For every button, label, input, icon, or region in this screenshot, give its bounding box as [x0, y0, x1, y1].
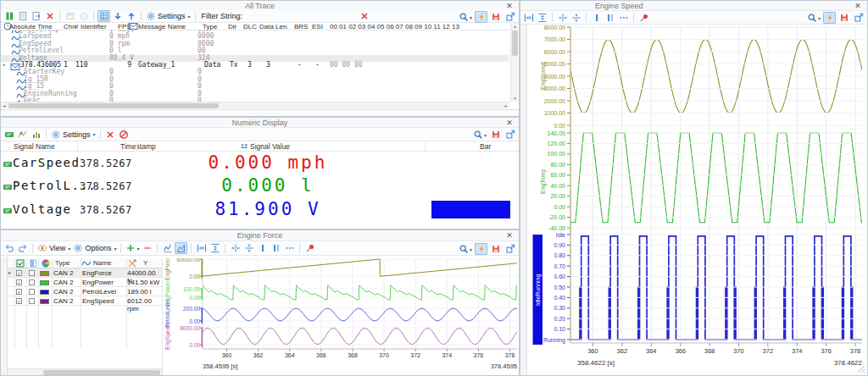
fit-horizontal-button[interactable]	[195, 242, 208, 254]
cursor-single-button[interactable]	[256, 242, 269, 254]
distribute-vertical-button[interactable]	[242, 242, 255, 254]
clear-trace-button[interactable]	[43, 10, 56, 22]
search-button[interactable]: ▾	[806, 12, 821, 24]
trace-column-header[interactable]: #Absolute TimeChnIdentifierFPSMessage Na…	[1, 23, 509, 30]
remove-signal-button[interactable]	[141, 242, 153, 254]
trace-signal-row[interactable]: StarterKey00	[1, 69, 509, 75]
close-icon[interactable]: ✕	[853, 1, 863, 11]
scroll-down-button[interactable]	[111, 10, 124, 22]
visible-checkbox[interactable]: ✓	[16, 298, 22, 304]
legend-horizontal-scrollbar[interactable]	[8, 368, 162, 375]
more-tools-button[interactable]	[283, 242, 296, 254]
numeric-row-voltage[interactable]: Voltage378.526781.900 V	[1, 198, 519, 221]
trace-signal-row[interactable]: PetrolLevel0 l00	[1, 47, 509, 54]
detach-window-button[interactable]	[504, 129, 516, 141]
resize-grip[interactable]	[855, 363, 865, 373]
cursor-double-button[interactable]	[270, 242, 282, 254]
search-button[interactable]: ▾	[472, 129, 487, 141]
engine-force-chart[interactable]: 60000.000.00EngForce100.000.00EngPower20…	[162, 258, 520, 376]
scrollbar-thumb[interactable]	[43, 370, 160, 375]
pin-measure-button[interactable]	[303, 242, 316, 254]
secondary-checkbox[interactable]	[29, 298, 35, 304]
distribute-horizontal-button[interactable]	[229, 242, 242, 254]
legend-row-engspeed[interactable]: ✓CAN 2EngSpeed6012.00 rpm	[8, 296, 162, 306]
remove-signal-button[interactable]	[104, 129, 117, 141]
copy-button[interactable]	[16, 10, 29, 22]
color-swatch[interactable]	[40, 290, 49, 295]
save-report-button[interactable]	[489, 243, 502, 255]
scroll-right-icon[interactable]: ►	[503, 102, 509, 109]
pin-measure-button[interactable]	[637, 12, 650, 24]
more-tools-button[interactable]	[617, 12, 630, 24]
pause-button[interactable]	[3, 10, 15, 22]
numeric-row-petroll-[interactable]: PetrolL...378.52670.000 l	[1, 174, 519, 197]
line-style-button[interactable]	[161, 242, 174, 254]
color-swatch[interactable]	[40, 271, 49, 276]
export-trace-button[interactable]	[30, 10, 42, 22]
statistics-button[interactable]	[30, 129, 42, 141]
color-swatch[interactable]	[40, 299, 49, 304]
settings-button[interactable]: Settings▾	[145, 10, 192, 22]
detach-window-button[interactable]	[504, 243, 516, 255]
distribute-horizontal-button[interactable]	[556, 12, 569, 24]
secondary-checkbox[interactable]	[29, 289, 35, 295]
save-report-button[interactable]	[489, 11, 502, 23]
live-update-button[interactable]	[475, 243, 487, 255]
fit-vertical-button[interactable]	[536, 12, 548, 24]
scrollbar-thumb[interactable]	[512, 30, 518, 56]
visible-checkbox[interactable]: ✓	[16, 279, 22, 285]
close-icon[interactable]: ✕	[504, 230, 515, 241]
numeric-column-header[interactable]: Signal Name Timestamp 12 Signal Value Ba…	[1, 141, 519, 152]
add-signal-button[interactable]: ▾	[125, 242, 140, 254]
scroll-up-icon[interactable]: ▲	[511, 23, 519, 30]
view-button[interactable]: View▾	[36, 242, 71, 254]
area-style-button[interactable]	[175, 242, 187, 254]
trace-signal-row[interactable]: Ig_15R00	[1, 76, 509, 83]
color-swatch[interactable]	[40, 280, 49, 285]
secondary-checkbox[interactable]	[29, 270, 35, 276]
trace-signal-row[interactable]: EngSpeed0 rpm0000	[1, 41, 509, 47]
filter-clear-button[interactable]	[358, 10, 370, 22]
undo-button[interactable]	[3, 242, 15, 254]
scroll-down-icon[interactable]: ▼	[511, 95, 519, 102]
redo-button[interactable]	[16, 242, 29, 254]
numeric-row-carspeed[interactable]: CarSpeed378.52670.000 mph	[1, 152, 519, 174]
time-mode-button[interactable]	[77, 10, 90, 22]
fixed-window-button[interactable]	[64, 10, 76, 22]
close-icon[interactable]: ✕	[504, 118, 515, 128]
search-button[interactable]: ▾	[458, 11, 473, 23]
legend-row-petrollevel[interactable]: ✓CAN 2PetrolLevel189.00 l	[8, 287, 162, 296]
settings-button[interactable]: Settings▾	[50, 129, 97, 141]
fit-vertical-button[interactable]	[209, 242, 221, 254]
scrollbar-thumb[interactable]	[8, 103, 219, 108]
detach-window-button[interactable]	[504, 11, 516, 23]
can-filter-button[interactable]	[3, 129, 15, 141]
trace-signal-row[interactable]: EngineRunning00	[1, 91, 509, 97]
engine-speed-chart[interactable]: 8000.007000.006000.005000.004000.003000.…	[528, 25, 868, 376]
stop-button[interactable]	[118, 129, 131, 141]
scroll-left-icon[interactable]: ◄	[1, 102, 8, 109]
save-report-button[interactable]	[837, 12, 850, 24]
scroll-up-button[interactable]	[125, 10, 137, 22]
visible-checkbox[interactable]: ✓	[16, 289, 22, 295]
fit-horizontal-button[interactable]	[522, 12, 535, 24]
signal-select-button[interactable]	[16, 129, 29, 141]
trace-horizontal-scrollbar[interactable]: ◄ ►	[1, 102, 509, 108]
detach-window-button[interactable]	[852, 12, 865, 24]
save-report-button[interactable]	[489, 129, 502, 141]
live-update-button[interactable]	[475, 11, 487, 23]
secondary-checkbox[interactable]	[29, 279, 35, 285]
visible-checkbox[interactable]: ✓	[16, 270, 22, 276]
cursor-single-button[interactable]	[590, 12, 603, 24]
trace-message-row[interactable]: ▾378.43600511109Gateway_1DataTx33--00 00…	[1, 62, 509, 69]
search-button[interactable]: ▾	[458, 243, 473, 255]
legend-row-engforce[interactable]: ▸✓CAN 2EngForce44000.00 N	[8, 268, 162, 278]
options-button[interactable]: Options▾	[72, 242, 117, 254]
scroll-mode-button[interactable]	[97, 10, 110, 22]
live-update-button[interactable]	[823, 12, 836, 24]
legend-row-engpower[interactable]: ✓CAN 2EngPower141.50 kW	[8, 278, 162, 287]
trace-vertical-scrollbar[interactable]: ▲ ▼	[510, 23, 518, 102]
trace-signal-row[interactable]: CarSpeed0 mph0000	[1, 33, 509, 40]
cursor-double-button[interactable]	[604, 12, 616, 24]
distribute-vertical-button[interactable]	[570, 12, 582, 24]
